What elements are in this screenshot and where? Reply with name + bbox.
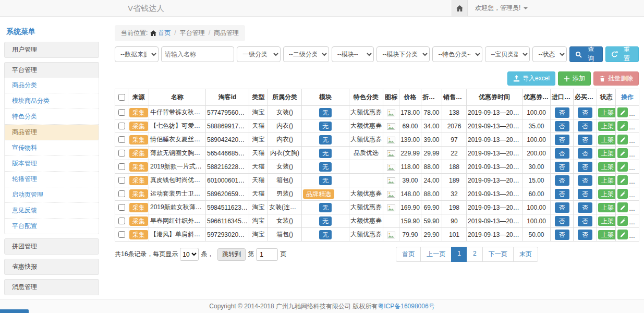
import-select-toggle[interactable]: 否	[555, 107, 569, 118]
sidebar-item-1[interactable]: 商品分类	[5, 78, 99, 93]
sidebar-group-2[interactable]: 平台管理	[4, 62, 99, 78]
table-row: 采集2019新款女秋薄款...598451162391淘宝女装(连衣裙)无大额优…	[115, 201, 639, 214]
status-badge[interactable]: 上架	[598, 162, 616, 172]
sidebar-item-2[interactable]: 模块商品分类	[5, 93, 99, 109]
status-badge[interactable]: 上架	[598, 135, 616, 145]
row-checkbox[interactable]	[118, 136, 125, 143]
must-buy-toggle[interactable]: 否	[578, 202, 592, 213]
name-search-input[interactable]	[161, 46, 234, 62]
status-badge[interactable]: 上架	[598, 189, 616, 199]
must-buy-toggle[interactable]: 否	[578, 148, 592, 159]
filter-select-6[interactable]: --模块下分类--	[376, 46, 430, 62]
status-badge[interactable]: 上架	[598, 149, 616, 158]
sidebar-item-9[interactable]: 意见反馈	[5, 203, 99, 219]
must-buy-toggle[interactable]: 否	[578, 175, 592, 186]
edit-button[interactable]	[617, 121, 628, 131]
sidebar-item-3[interactable]: 特色分类	[5, 109, 99, 125]
status-badge[interactable]: 上架	[598, 122, 616, 131]
row-checkbox[interactable]	[118, 231, 125, 238]
pager-next[interactable]: 下一页	[482, 247, 514, 262]
sidebar-group-3[interactable]: 拼团管理	[4, 238, 99, 255]
import-select-toggle[interactable]: 否	[555, 175, 569, 186]
edit-button[interactable]	[617, 189, 628, 199]
sidebar-item-6[interactable]: 版本管理	[5, 156, 99, 172]
pager-page-1[interactable]: 1	[451, 247, 467, 262]
must-buy-toggle[interactable]: 否	[578, 121, 592, 131]
row-checkbox[interactable]	[118, 218, 125, 224]
pager-page-2[interactable]: 2	[467, 247, 483, 262]
import-select-toggle[interactable]: 否	[555, 202, 569, 213]
row-checkbox[interactable]	[118, 204, 125, 211]
filter-select-7[interactable]: --特色分类--	[432, 46, 482, 62]
reset-button[interactable]: 重置	[605, 46, 639, 62]
pager-prev[interactable]: 上一页	[420, 247, 452, 262]
status-badge[interactable]: 上架	[598, 230, 616, 239]
add-button[interactable]: 添加	[558, 71, 591, 86]
filter-select-8[interactable]: --宝贝类型--	[485, 46, 530, 62]
edit-button[interactable]	[617, 148, 628, 158]
sidebar-item-10[interactable]: 平台配置	[5, 219, 99, 234]
must-buy-toggle[interactable]: 否	[578, 162, 592, 172]
import-select-toggle[interactable]: 否	[555, 135, 569, 145]
edit-button[interactable]	[617, 107, 628, 117]
filter-select-4[interactable]: --二级分类--	[283, 46, 329, 62]
import-select-toggle[interactable]: 否	[555, 189, 569, 199]
must-buy-toggle[interactable]: 否	[578, 135, 592, 145]
edit-button[interactable]	[617, 162, 628, 172]
status-badge[interactable]: 上架	[598, 108, 616, 117]
row-checkbox[interactable]	[118, 190, 125, 197]
edit-button[interactable]	[617, 230, 628, 239]
sidebar-item-4[interactable]: 商品管理	[5, 125, 99, 140]
filter-select-3[interactable]: 一级分类	[237, 46, 281, 62]
sidebar-item-8[interactable]: 启动页管理	[5, 187, 99, 203]
row-checkbox[interactable]	[118, 109, 125, 116]
row-checkbox[interactable]	[118, 177, 125, 184]
filter-select-1[interactable]: --数据来源--	[115, 46, 159, 62]
sidebar-item-7[interactable]: 轮播管理	[5, 172, 99, 187]
row-checkbox[interactable]	[118, 163, 125, 170]
batch-delete-button[interactable]: 批量删除	[593, 71, 639, 86]
import-excel-button[interactable]: 导入excel	[507, 71, 555, 86]
edit-button[interactable]	[617, 135, 628, 145]
home-button[interactable]	[452, 0, 468, 16]
user-menu[interactable]: 欢迎您，管理员!	[468, 0, 535, 16]
select-all-checkbox[interactable]	[118, 94, 125, 101]
status-badge[interactable]: 上架	[598, 203, 616, 212]
row-checkbox[interactable]	[118, 150, 125, 156]
edit-button[interactable]	[617, 175, 628, 185]
breadcrumb-home-link[interactable]: 首页	[150, 29, 171, 38]
pagination-summary: 共16条记录，每页显示 10 条， 跳转到 第 页	[115, 248, 286, 261]
must-buy-toggle[interactable]: 否	[578, 230, 592, 240]
edit-button[interactable]	[617, 202, 628, 212]
sidebar-group-5[interactable]: 消息管理	[4, 279, 99, 295]
import-select-toggle[interactable]: 否	[555, 148, 569, 159]
must-buy-toggle[interactable]: 否	[578, 216, 592, 226]
status-badge[interactable]: 上架	[598, 216, 616, 226]
edit-button[interactable]	[617, 216, 628, 226]
page-number-input[interactable]	[256, 248, 278, 261]
pager-first[interactable]: 首页	[396, 247, 421, 262]
status-badge[interactable]: 上架	[598, 176, 616, 185]
icp-link[interactable]: 粤ICP备16098006号	[378, 303, 434, 310]
filter-select-5[interactable]: --模块--	[332, 46, 374, 62]
must-buy-toggle[interactable]: 否	[578, 107, 592, 118]
cell-feature: 大额优惠券	[349, 106, 383, 119]
pager-last[interactable]: 末页	[513, 247, 538, 262]
per-page-select[interactable]: 10	[180, 248, 199, 261]
cell-feature: 大额优惠券	[349, 119, 383, 133]
filter-select-9[interactable]: --状态--	[532, 46, 567, 62]
header-cell-9: 价格	[399, 89, 421, 106]
import-select-toggle[interactable]: 否	[555, 162, 569, 172]
import-select-toggle[interactable]: 否	[555, 216, 569, 226]
table-row: 采集早春网红针织外套女春...596611634525淘宝女装()无大额优惠券1…	[115, 214, 639, 228]
module-badge: 无	[319, 122, 332, 131]
sidebar-group-1[interactable]: 用户管理	[4, 42, 99, 58]
import-select-toggle[interactable]: 否	[555, 230, 569, 240]
row-checkbox[interactable]	[118, 123, 125, 129]
sidebar-group-4[interactable]: 省惠快报	[4, 259, 99, 275]
import-select-toggle[interactable]: 否	[555, 121, 569, 131]
jump-button[interactable]: 跳转到	[217, 248, 246, 261]
sidebar-item-5[interactable]: 宣传物料	[5, 140, 99, 156]
must-buy-toggle[interactable]: 否	[578, 189, 592, 199]
search-button[interactable]: 查询	[569, 46, 603, 62]
